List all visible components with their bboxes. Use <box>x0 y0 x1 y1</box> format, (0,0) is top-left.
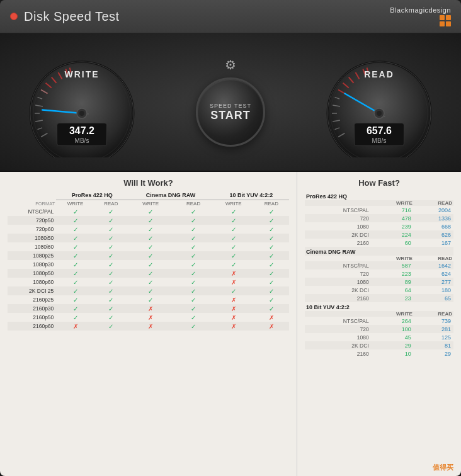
how-fast-row: 108089277 <box>305 278 453 286</box>
check-no: ✗ <box>254 313 289 322</box>
section-header: ProRes 422 HQ <box>305 191 453 200</box>
svg-point-18 <box>79 111 84 116</box>
table-row: 720p50✓✓✓✓✓✓ <box>8 216 289 225</box>
start-label: START <box>210 109 251 122</box>
write-label: WRITE <box>64 69 99 79</box>
col-header: READ <box>414 200 453 206</box>
settings-icon[interactable]: ⚙ <box>225 57 236 72</box>
table-row: 2160p30✓✓✗✓✗✓ <box>8 304 289 313</box>
check-yes: ✓ <box>254 225 289 234</box>
check-yes: ✓ <box>94 260 128 269</box>
check-no: ✗ <box>213 278 254 286</box>
table-row: 720p60✓✓✓✓✓✓ <box>8 225 289 234</box>
how-fast-row: NTSC/PAL264739 <box>305 317 453 325</box>
resolution-label: NTSC/PAL <box>305 317 372 325</box>
check-no: ✗ <box>213 269 254 278</box>
format-label: 720p50 <box>8 216 56 225</box>
check-yes: ✓ <box>56 234 94 242</box>
check-yes: ✓ <box>173 234 213 242</box>
format-label: 1080p50 <box>8 269 56 278</box>
format-label: 2160p60 <box>8 322 56 331</box>
resolution-label: 2K DCI <box>305 230 372 239</box>
read-speed: 125 <box>414 333 453 341</box>
check-yes: ✓ <box>173 207 213 216</box>
section-header-row: ProRes 422 HQ <box>305 191 453 200</box>
check-yes: ✓ <box>173 216 213 225</box>
how-fast-row: 2K DCI224626 <box>305 230 453 239</box>
read-speed: 668 <box>414 222 453 230</box>
check-yes: ✓ <box>213 242 254 251</box>
resolution-label: 1080 <box>305 278 372 286</box>
check-yes: ✓ <box>94 278 128 286</box>
table-row: 1080p30✓✓✓✓✓✓ <box>8 260 289 269</box>
brand-sq-1 <box>440 15 445 20</box>
read-unit: MB/s <box>360 137 399 144</box>
check-no: ✗ <box>213 313 254 322</box>
write-value: 347.2 <box>62 125 101 137</box>
resolution-label: 2K DCI <box>305 341 372 349</box>
check-yes: ✓ <box>173 295 213 304</box>
read-speed: 1336 <box>414 214 453 222</box>
check-yes: ✓ <box>56 207 94 216</box>
read-value-box: 657.6 MB/s <box>354 123 404 145</box>
resolution-label: 720 <box>305 214 372 222</box>
read-speed: 81 <box>414 341 453 349</box>
check-yes: ✓ <box>128 225 173 234</box>
table-row: 1080i50✓✓✓✓✓✓ <box>8 234 289 242</box>
table-row: 2160p25✓✓✓✓✗✓ <box>8 295 289 304</box>
check-yes: ✓ <box>254 260 289 269</box>
read-value: 657.6 <box>360 125 399 137</box>
check-yes: ✓ <box>254 286 289 295</box>
close-button[interactable] <box>10 13 18 20</box>
write-speed: 23 <box>372 294 414 302</box>
check-yes: ✓ <box>94 313 128 322</box>
table-row: 2K DCI 25✓✓✓✓✓✓ <box>8 286 289 295</box>
write-value-box: 347.2 MB/s <box>57 123 107 145</box>
brand-sq-4 <box>446 21 451 26</box>
center-controls: ⚙ SPEED TEST START <box>196 57 265 147</box>
col-header: WRITE <box>372 256 414 261</box>
read-speed: 2004 <box>414 206 453 214</box>
check-no: ✗ <box>128 304 173 313</box>
read-speed: 281 <box>414 325 453 333</box>
check-yes: ✓ <box>128 216 173 225</box>
resolution-label: 2K DCI <box>305 286 372 294</box>
gauge-area: WRITE 347.2 MB/s ⚙ SPEED TEST START <box>0 33 461 172</box>
check-yes: ✓ <box>56 286 94 295</box>
read-speed: 1642 <box>414 261 453 269</box>
check-yes: ✓ <box>94 207 128 216</box>
how-fast-row: 720223624 <box>305 269 453 278</box>
check-no: ✗ <box>128 313 173 322</box>
format-label: 1080i60 <box>8 242 56 251</box>
brand-logo: Blackmagicdesign <box>390 6 451 26</box>
table-row: 2160p60✗✓✗✓✗✗ <box>8 322 289 331</box>
check-yes: ✓ <box>56 295 94 304</box>
window-title: Disk Speed Test <box>24 9 120 24</box>
check-yes: ✓ <box>173 269 213 278</box>
col-header <box>305 200 372 206</box>
col-header-row: WRITEREAD <box>305 311 453 317</box>
col-header-row: WRITEREAD <box>305 200 453 206</box>
read-speed: 65 <box>414 294 453 302</box>
check-yes: ✓ <box>173 322 213 331</box>
check-yes: ✓ <box>56 269 94 278</box>
check-yes: ✓ <box>128 251 173 260</box>
section-header-row: Cinema DNG RAW <box>305 247 453 256</box>
check-yes: ✓ <box>213 225 254 234</box>
check-yes: ✓ <box>94 216 128 225</box>
check-yes: ✓ <box>128 207 173 216</box>
format-label: NTSC/PAL <box>8 207 56 216</box>
format-label: 1080p30 <box>8 260 56 269</box>
how-fast-row: 108045125 <box>305 333 453 341</box>
brand-name: Blackmagicdesign <box>390 6 451 14</box>
col-header <box>305 311 372 317</box>
check-yes: ✓ <box>56 242 94 251</box>
start-button[interactable]: SPEED TEST START <box>196 77 265 147</box>
check-yes: ✓ <box>56 313 94 322</box>
brand-squares <box>440 15 451 26</box>
write-speed: 478 <box>372 214 414 222</box>
check-yes: ✓ <box>173 313 213 322</box>
read-speed: 29 <box>414 349 453 358</box>
check-yes: ✓ <box>254 304 289 313</box>
how-fast-table: ProRes 422 HQWRITEREADNTSC/PAL7162004720… <box>305 191 453 358</box>
